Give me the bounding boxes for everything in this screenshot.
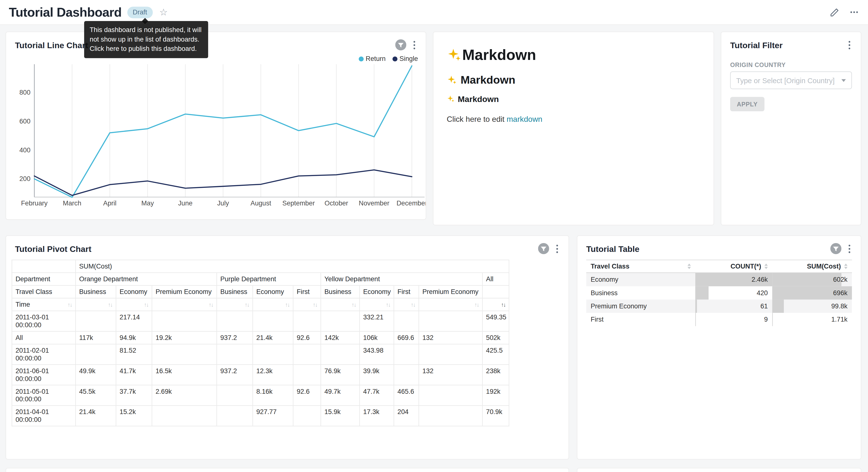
pivot-cell <box>152 344 217 365</box>
favorite-star-icon[interactable]: ☆ <box>159 6 168 18</box>
pivot-table-wrap: SUM(Cost)DepartmentOrange DepartmentPurp… <box>6 259 568 426</box>
markdown-heading-2: Markdown <box>447 73 700 86</box>
pivot-cell: 238k <box>483 365 509 385</box>
svg-text:600: 600 <box>19 117 30 125</box>
sort-icon[interactable] <box>687 264 691 269</box>
legend-item-single[interactable]: Single <box>392 55 418 63</box>
pivot-cell: 217.14 <box>116 311 152 331</box>
sort-icon[interactable]: ↑↓ <box>144 302 148 308</box>
more-options-icon[interactable] <box>847 243 852 254</box>
pivot-cell: 16.5k <box>152 365 217 385</box>
sort-icon[interactable]: ↑↓ <box>108 302 112 308</box>
count-cell: 420 <box>695 286 772 299</box>
sort-icon[interactable]: ↑↓ <box>285 302 289 308</box>
time-header-label: Time <box>16 301 30 308</box>
pivot-cell: 76.9k <box>321 365 360 385</box>
table-card-title: Tutorial Table <box>586 244 640 253</box>
pivot-cell: 669.6 <box>394 331 419 344</box>
sort-icon[interactable] <box>765 264 768 269</box>
edit-dashboard-icon[interactable] <box>830 7 839 17</box>
column-header-count-[interactable]: COUNT(*) <box>695 260 772 273</box>
cell-value: 9 <box>695 313 772 325</box>
pivot-cell: 12.3k <box>253 365 293 385</box>
pivot-cell: 132 <box>419 365 483 385</box>
sum-cell: 696k <box>772 286 852 299</box>
pivot-cell: ↑↓ <box>321 298 360 311</box>
pivot-cell: 332.21 <box>360 311 394 331</box>
pivot-cell: Yellow Department <box>321 273 483 286</box>
pivot-cell: First <box>293 286 321 298</box>
sum-cell: 602k <box>772 273 852 286</box>
svg-text:May: May <box>141 199 154 207</box>
markdown-heading-text: Markdown <box>462 47 536 64</box>
pivot-cell: 2011-06-01 00:00:00 <box>12 365 75 385</box>
pivot-cell: 19.2k <box>152 331 217 344</box>
apply-button[interactable]: APPLY <box>730 97 764 111</box>
pivot-cell: All <box>483 273 509 286</box>
more-actions-icon[interactable] <box>849 7 859 17</box>
pivot-cell: 343.98 <box>360 344 394 365</box>
pivot-cell <box>293 406 321 426</box>
sort-icon[interactable] <box>844 264 848 269</box>
filter-card-title: Tutorial Filter <box>730 40 782 50</box>
filter-indicator-icon[interactable] <box>830 243 841 254</box>
pivot-cell: 92.6 <box>293 385 321 406</box>
pivot-cell: Travel Class <box>12 286 75 298</box>
column-header-sum-cost-[interactable]: SUM(Cost) <box>772 260 852 273</box>
sort-icon[interactable]: ↑↓ <box>209 302 213 308</box>
pivot-cell: 2011-04-01 00:00:00 <box>12 406 75 426</box>
sort-descending-icon[interactable]: ↑↓ <box>501 302 505 308</box>
pivot-cell <box>293 311 321 331</box>
markdown-heading-3: Markdown <box>447 94 700 104</box>
pivot-cell: Business <box>321 286 360 298</box>
filter-indicator-icon[interactable] <box>538 243 549 254</box>
pivot-cell: 92.6 <box>293 331 321 344</box>
sparkles-icon <box>447 48 461 62</box>
markdown-edit-link[interactable]: markdown <box>507 115 542 123</box>
pivot-cell: 465.6 <box>394 385 419 406</box>
legend-dot <box>359 56 363 61</box>
pivot-cell: 49.7k <box>321 385 360 406</box>
cell-value: 61 <box>695 300 772 312</box>
pivot-cell <box>419 406 483 426</box>
pivot-cell: 21.4k <box>253 331 293 344</box>
more-options-icon[interactable] <box>847 39 852 50</box>
legend-label: Single <box>400 55 418 63</box>
sort-icon[interactable]: ↑↓ <box>411 302 415 308</box>
pivot-cell: ↑↓ <box>293 298 321 311</box>
travel-class-cell: Premium Economy <box>586 299 695 313</box>
pivot-cell: 142k <box>321 331 360 344</box>
table-row[interactable]: First91.71k <box>586 313 852 326</box>
svg-text:June: June <box>178 199 193 207</box>
pivot-cell <box>293 344 321 365</box>
pencil-icon <box>830 7 839 17</box>
pivot-cell: ↑↓ <box>360 298 394 311</box>
markdown-heading-1: Markdown <box>447 47 700 64</box>
column-header-travel-class[interactable]: Travel Class <box>586 260 695 273</box>
pivot-cell: 502k <box>483 331 509 344</box>
pivot-cell <box>419 311 483 331</box>
table-row[interactable]: Business420696k <box>586 286 852 299</box>
legend-item-return[interactable]: Return <box>359 55 385 63</box>
count-cell: 61 <box>695 299 772 313</box>
sort-icon[interactable]: ↑↓ <box>386 302 390 308</box>
sparkles-icon <box>447 95 455 103</box>
pivot-cell: SUM(Cost) <box>75 260 509 273</box>
pivot-cell <box>483 286 509 298</box>
data-table: Travel ClassCOUNT(*)SUM(Cost)Economy2.46… <box>586 260 852 326</box>
card-header: Tutorial Pivot Chart <box>6 236 568 259</box>
sort-icon[interactable]: ↑↓ <box>245 302 249 308</box>
sparkles-icon <box>447 75 457 85</box>
pivot-cell: 37.7k <box>116 385 152 406</box>
sort-icon[interactable]: ↑↓ <box>313 302 317 308</box>
sort-icon[interactable]: ↑↓ <box>351 302 356 308</box>
origin-country-select[interactable]: Type or Select [Origin Country] <box>730 71 852 89</box>
sort-icon[interactable]: ↑↓ <box>474 302 479 308</box>
table-row[interactable]: Premium Economy6199.8k <box>586 299 852 313</box>
status-badge[interactable]: Draft <box>127 6 153 18</box>
header-actions <box>830 7 859 17</box>
pivot-cell: Time↑↓ <box>12 298 75 311</box>
sort-icon[interactable]: ↑↓ <box>67 301 72 308</box>
more-options-icon[interactable] <box>555 243 560 254</box>
table-row[interactable]: Economy2.46k602k <box>586 273 852 286</box>
